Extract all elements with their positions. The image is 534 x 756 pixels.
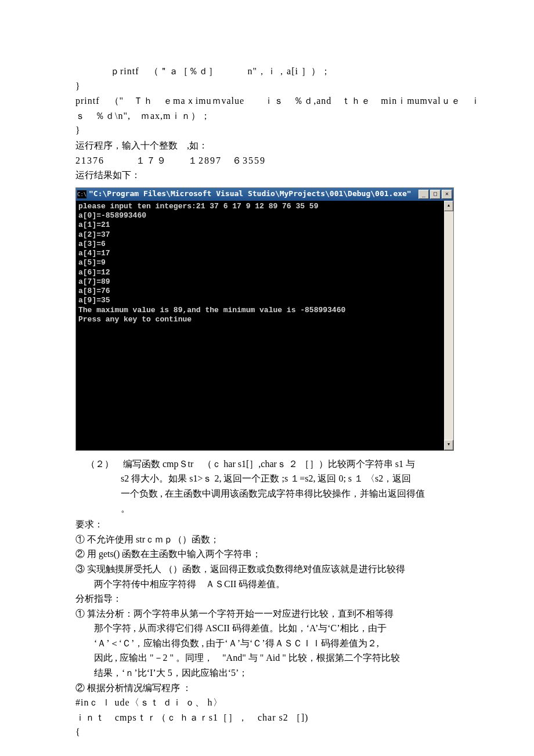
analysis-item-cont: 结果，‘ｎ’比‘I’大 5，因此应输出‘5’； xyxy=(75,665,459,681)
code-line: ｐrintf （＂ａ［％ｄ］ n"，ｉ，a[i ］）； xyxy=(75,64,459,79)
cmd-icon: C:\ xyxy=(77,190,86,198)
window-title: "C:\Program Files\Microsoft Visual Studi… xyxy=(89,188,418,200)
analysis-item: ① 算法分析：两个字符串从第一个字符开始一一对应进行比较，直到不相等得 xyxy=(75,606,459,621)
minimize-button[interactable]: _ xyxy=(418,190,429,199)
q2-line: 一个负数 , 在主函数中调用该函数完成字符串得比较操作，并输出返回得值 xyxy=(75,486,459,501)
requirement-item: ① 不允许使用 strｃｍｐ（）函数； xyxy=(75,532,459,547)
run-result-label: 运行结果如下： xyxy=(75,168,459,183)
requirement-item-cont: 两个字符传中相应字符得 ＡＳCII 码得差值。 xyxy=(75,577,459,592)
close-button[interactable]: ✕ xyxy=(442,190,452,199)
requirement-item: ③ 实现触摸屏受托人 （）函数，返回得正数或负数得绝对值应该就是进行比较得 xyxy=(75,562,459,577)
run-instruction: 运行程序，输入十个整数 ,如： xyxy=(75,138,459,153)
maximize-button[interactable]: □ xyxy=(430,190,441,199)
scrollbar[interactable]: ▴ ▾ xyxy=(444,201,453,450)
analysis-item-cont: 因此 , 应输出 "－2 " 。同理， "And" 与 " Aid " 比较，根… xyxy=(75,650,459,665)
console-window: C:\ "C:\Program Files\Microsoft Visual S… xyxy=(75,187,454,451)
code-line: ｉｎｔ cmpsｔｒ（ｃ ｈａｒs1［］， char s2 ［]) xyxy=(75,710,459,725)
code-line: } xyxy=(75,79,459,94)
q2-line: s2 得大小。如果 s1>ｓ 2, 返回一个正数 ;s １=s2, 返回 0; … xyxy=(75,471,459,486)
code-line: { xyxy=(75,725,459,740)
requirements-label: 要求： xyxy=(75,517,459,532)
code-line: ｓ ％ｄ\n", ｍax,mｉｎ）； xyxy=(75,108,459,124)
q2-line: 。 xyxy=(75,501,459,516)
code-line: #inｃ ｌ ude〈ｓｔ ｄｉ ｏ、 h〉 xyxy=(75,695,459,710)
question-2: （２） 编写函数 cmpＳtr （ｃ har s1[］,charｓ ２ ［］）比… xyxy=(75,457,459,516)
scroll-up-button[interactable]: ▴ xyxy=(444,201,453,211)
requirement-item: ② 用 gets() 函数在主函数中输入两个字符串； xyxy=(75,547,459,562)
code-line: } xyxy=(75,123,459,138)
titlebar: C:\ "C:\Program Files\Microsoft Visual S… xyxy=(76,188,453,201)
scroll-down-button[interactable]: ▾ xyxy=(444,440,453,450)
run-input: 21376 １７９ １2897 ６3559 xyxy=(75,153,459,168)
analysis-item: ② 根据分析情况编写程序 ： xyxy=(75,681,459,696)
console-body: please input ten integers:21 37 6 17 9 1… xyxy=(76,201,453,450)
analysis-item-cont: ‘Ａ’＜‘Ｃ’，应输出得负数 , 由于‘Ａ’与‘Ｃ’得ＡＳＣＩＩ码得差值为２, xyxy=(75,636,459,651)
code-line: printf （" Ｔｈ ｅmaｘimuｍvalue ｉｓ ％ｄ,and ｔｈｅ… xyxy=(75,93,459,108)
console-output: please input ten integers:21 37 6 17 9 1… xyxy=(76,201,444,450)
document-page: ｐrintf （＂ａ［％ｄ］ n"，ｉ，a[i ］）； } printf （" … xyxy=(0,0,534,756)
analysis-label: 分析指导： xyxy=(75,591,459,606)
scroll-track[interactable] xyxy=(444,211,453,440)
analysis-item-cont: 那个字符 , 从而求得它们得 ASCII 码得差值。比如，‘A’与‘C’相比，由… xyxy=(75,621,459,636)
window-controls: _ □ ✕ xyxy=(418,190,452,199)
q2-line: （２） 编写函数 cmpＳtr （ｃ har s1[］,charｓ ２ ［］）比… xyxy=(75,457,459,472)
